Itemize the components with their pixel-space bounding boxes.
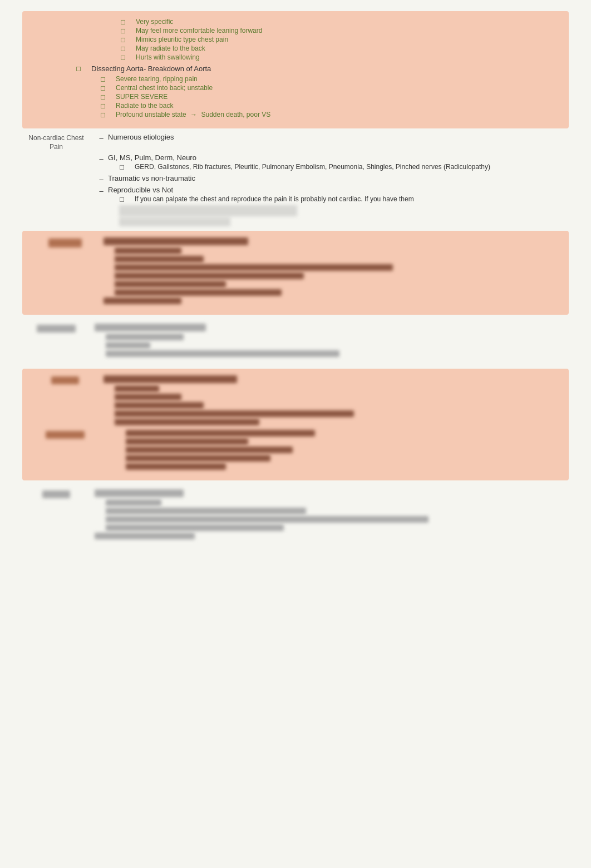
bullet-central-chest: ◻ Central chest into back; unstable [100, 84, 560, 92]
dash-gi: – [95, 153, 108, 163]
blurred-section-4 [22, 485, 569, 548]
non-cardiac-numerous: Non-cardiac ChestPain – Numerous etiolog… [22, 133, 569, 151]
bullet-radiate-back: ◻ May radiate to the back [120, 44, 560, 52]
non-cardiac-gi: – GI, MS, Pulm, Derm, Neuro ◻ GERD, Gall… [22, 153, 569, 172]
bullet-icon-dissecting: ◻ [76, 65, 87, 72]
bullet-icon: ◻ [120, 27, 131, 34]
bullet-icon: ◻ [100, 84, 111, 92]
non-cardiac-traumatic: – Traumatic vs non-traumatic [22, 174, 569, 183]
page-container: ◻ Very specific ◻ May feel more comforta… [0, 0, 591, 559]
bullet-icon: ◻ [120, 44, 131, 52]
bullet-mimics-pleuritic: ◻ Mimics pleuritic type chest pain [120, 36, 560, 43]
bullet-very-specific: ◻ Very specific [120, 18, 560, 26]
blurred-section-2 [22, 319, 569, 365]
bullet-hurts-swallowing: ◻ Hurts with swallowing [120, 53, 560, 61]
blurred-content-4 [95, 489, 569, 541]
non-cardiac-reproducible: – Reproducible vs Not ◻ If you can palpa… [22, 186, 569, 226]
bullet-icon: ◻ [100, 111, 111, 118]
bullet-icon: ◻ [120, 53, 131, 61]
bullet-icon: ◻ [100, 75, 111, 83]
reproducible-text: Reproducible vs Not ◻ If you can palpate… [108, 186, 569, 226]
non-cardiac-label: Non-cardiac ChestPain [22, 133, 95, 151]
blurred-content-3 [104, 375, 560, 472]
bullet-super-severe: ◻ SUPER SEVERE [100, 93, 560, 101]
traumatic-text: Traumatic vs non-traumatic [108, 174, 569, 182]
bullet-icon: ◻ [119, 195, 130, 203]
bullet-icon: ◻ [119, 163, 130, 171]
dissecting-aorta-label: Dissecting Aorta- Breakdown of Aorta [91, 65, 211, 73]
bullet-reproducible-detail: ◻ If you can palpate the chest and repro… [119, 195, 569, 203]
blurred-section-3 [22, 369, 569, 480]
dash-reproducible: – [95, 186, 108, 195]
bullet-profound-unstable: ◻ Profound unstable state → Sudden death… [100, 111, 560, 118]
bullet-radiate-back-dissect: ◻ Radiate to the back [100, 102, 560, 110]
numerous-etiologies-text: Numerous etiologies [108, 133, 569, 141]
non-cardiac-section: Non-cardiac ChestPain – Numerous etiolog… [22, 133, 569, 226]
blurred-content-1 [104, 237, 560, 306]
bullet-severe-tearing: ◻ Severe tearing, ripping pain [100, 75, 560, 83]
bullet-icon: ◻ [100, 93, 111, 101]
gi-ms-pulm-text: GI, MS, Pulm, Derm, Neuro ◻ GERD, Gallst… [108, 153, 569, 172]
bullet-icon: ◻ [120, 18, 131, 26]
dash-traumatic: – [95, 174, 108, 183]
bullet-icon: ◻ [120, 36, 131, 43]
blurred-section-1 [22, 231, 569, 315]
dash-numerous: – [95, 133, 108, 142]
bullet-icon: ◻ [100, 102, 111, 110]
bullet-gi-list: ◻ GERD, Gallstones, Rib fractures, Pleur… [119, 163, 569, 171]
dissecting-aorta-row: ◻ Dissecting Aorta- Breakdown of Aorta ◻… [76, 65, 560, 120]
blurred-content-2 [95, 324, 569, 359]
pericarditis-section: ◻ Very specific ◻ May feel more comforta… [22, 11, 569, 128]
bullet-comfortable-leaning: ◻ May feel more comfortable leaning forw… [120, 27, 560, 34]
